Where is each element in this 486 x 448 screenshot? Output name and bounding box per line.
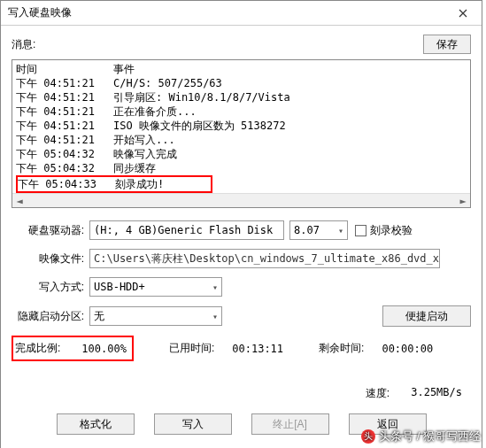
log-row-highlighted: 下午 05:04:33刻录成功! xyxy=(16,175,212,193)
drive-select[interactable]: (H:, 4 GB)Generic Flash Disk xyxy=(89,220,284,240)
log-row: 下午 04:51:21C/H/S: 507/255/63 xyxy=(16,76,467,90)
watermark-icon: 头 xyxy=(361,429,375,444)
message-label: 消息: xyxy=(12,37,35,52)
log-row: 下午 05:04:32同步缓存 xyxy=(16,161,467,175)
window-title: 写入硬盘映像 xyxy=(8,5,72,20)
scroll-left-icon[interactable]: ◄ xyxy=(12,194,27,208)
log-row: 下午 04:51:21引导扇区: Win10/8.1/8/7/Vista xyxy=(16,90,467,104)
log-header-event: 事件 xyxy=(113,62,467,76)
write-mode-select[interactable]: USB-HDD+▾ xyxy=(89,277,222,297)
save-button[interactable]: 保存 xyxy=(423,35,471,54)
elapsed-label: 已用时间: xyxy=(169,341,214,356)
hidden-partition-label: 隐藏启动分区: xyxy=(12,309,89,324)
remain-label: 剩余时间: xyxy=(319,341,364,356)
format-button[interactable]: 格式化 xyxy=(57,413,135,435)
abort-button: 终止[A] xyxy=(251,413,329,435)
close-icon xyxy=(459,9,467,18)
progress-label: 完成比例: xyxy=(15,341,60,356)
verify-checkbox[interactable] xyxy=(355,225,366,236)
log-box: 时间 事件 下午 04:51:21C/H/S: 507/255/63 下午 04… xyxy=(12,59,471,208)
write-mode-label: 写入方式: xyxy=(12,280,89,295)
hidden-partition-select[interactable]: 无▾ xyxy=(89,306,222,326)
watermark: 头 头条号 / 猴哥写西经 xyxy=(361,429,481,444)
log-header-time: 时间 xyxy=(16,62,113,76)
write-button[interactable]: 写入 xyxy=(154,413,232,435)
log-row: 下午 04:51:21ISO 映像文件的扇区数为 5138272 xyxy=(16,119,467,133)
speed-label: 速度: xyxy=(366,386,390,401)
drive-extra-select[interactable]: 8.07▾ xyxy=(289,220,348,240)
chevron-down-icon: ▾ xyxy=(212,282,218,292)
horizontal-scrollbar[interactable]: ◄ ► xyxy=(12,193,470,207)
chevron-down-icon: ▾ xyxy=(212,312,218,321)
remain-value: 00:00:00 xyxy=(382,343,433,355)
image-path-input[interactable]: C:\Users\蒋庆柱\Desktop\cn_windows_7_ultima… xyxy=(89,249,440,268)
verify-label: 刻录校验 xyxy=(370,223,413,238)
log-row: 下午 04:51:21开始写入... xyxy=(16,133,467,147)
close-button[interactable] xyxy=(444,1,482,26)
scroll-right-icon[interactable]: ► xyxy=(456,194,470,208)
elapsed-value: 00:13:11 xyxy=(232,343,283,355)
log-header: 时间 事件 xyxy=(16,62,467,76)
convenient-boot-button[interactable]: 便捷启动 xyxy=(382,305,471,327)
chevron-down-icon: ▾ xyxy=(338,226,343,236)
progress-block: 完成比例: 100.00% xyxy=(12,336,134,361)
log-row: 下午 05:04:32映像写入完成 xyxy=(16,147,467,161)
verify-checkbox-wrap[interactable]: 刻录校验 xyxy=(355,223,413,238)
titlebar: 写入硬盘映像 xyxy=(1,1,482,26)
progress-value: 100.00% xyxy=(81,343,127,355)
image-label: 映像文件: xyxy=(12,251,89,266)
drive-label: 硬盘驱动器: xyxy=(12,223,89,238)
speed-value: 3.25MB/s xyxy=(411,386,462,401)
log-row: 下午 04:51:21正在准备介质... xyxy=(16,104,467,119)
